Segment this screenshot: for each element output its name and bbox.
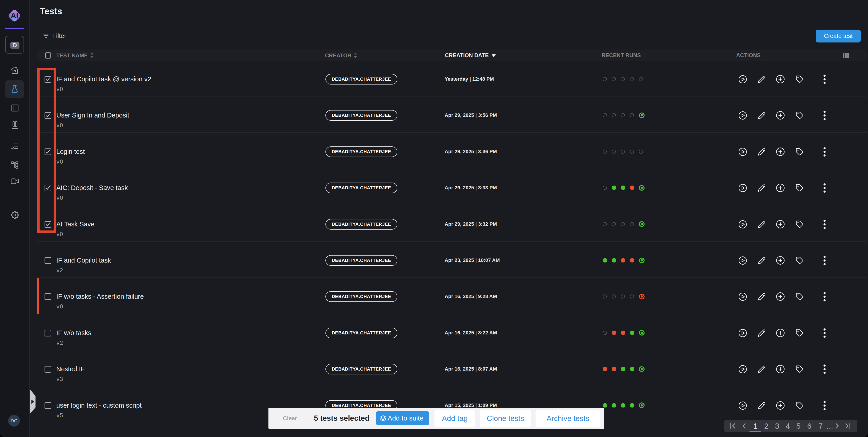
svg-text:AI: AI [11,11,18,20]
